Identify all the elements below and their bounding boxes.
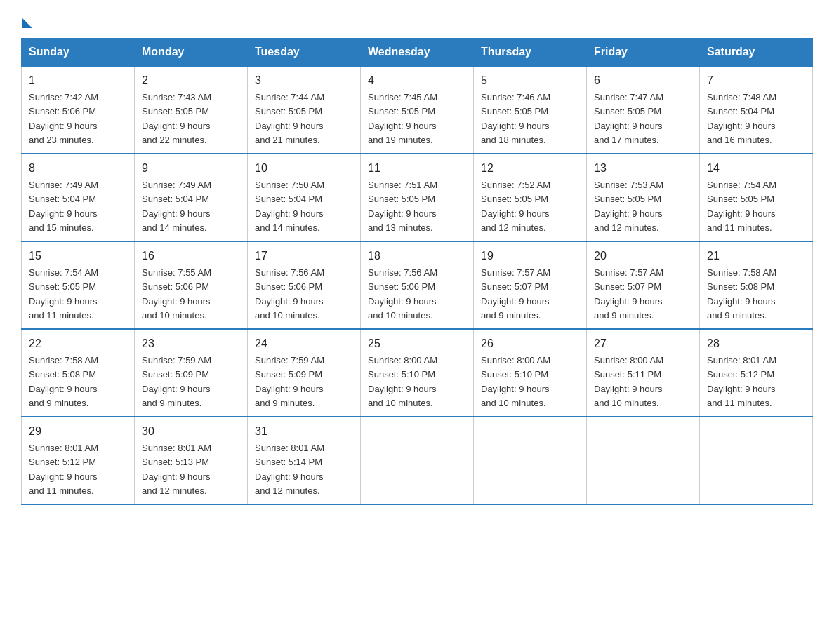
calendar-cell: [361, 417, 474, 504]
calendar-cell: 26Sunrise: 8:00 AMSunset: 5:10 PMDayligh…: [474, 329, 587, 417]
day-info: Sunrise: 7:42 AMSunset: 5:06 PMDaylight:…: [29, 92, 98, 145]
day-info: Sunrise: 7:47 AMSunset: 5:05 PMDaylight:…: [594, 92, 663, 145]
day-number: 30: [142, 423, 240, 440]
day-info: Sunrise: 7:43 AMSunset: 5:05 PMDaylight:…: [142, 92, 211, 145]
day-number: 26: [481, 335, 579, 352]
day-number: 15: [29, 248, 127, 264]
logo-arrow-icon: [22, 18, 32, 28]
calendar-cell: [700, 417, 813, 504]
calendar-cell: 20Sunrise: 7:57 AMSunset: 5:07 PMDayligh…: [587, 241, 700, 329]
day-number: 23: [142, 335, 240, 352]
day-number: 7: [707, 72, 805, 89]
day-info: Sunrise: 7:57 AMSunset: 5:07 PMDaylight:…: [481, 267, 550, 321]
header-cell-monday: Monday: [135, 39, 248, 67]
day-number: 31: [255, 423, 353, 440]
day-number: 27: [594, 335, 692, 352]
day-info: Sunrise: 7:59 AMSunset: 5:09 PMDaylight:…: [255, 355, 324, 408]
day-info: Sunrise: 7:44 AMSunset: 5:05 PMDaylight:…: [255, 92, 324, 145]
calendar-cell: 6Sunrise: 7:47 AMSunset: 5:05 PMDaylight…: [587, 66, 700, 154]
calendar-cell: 18Sunrise: 7:56 AMSunset: 5:06 PMDayligh…: [361, 241, 474, 329]
calendar-cell: 4Sunrise: 7:45 AMSunset: 5:05 PMDaylight…: [361, 66, 474, 154]
day-info: Sunrise: 7:55 AMSunset: 5:06 PMDaylight:…: [142, 267, 211, 321]
calendar-cell: 8Sunrise: 7:49 AMSunset: 5:04 PMDaylight…: [22, 154, 135, 241]
day-info: Sunrise: 7:51 AMSunset: 5:05 PMDaylight:…: [368, 180, 437, 233]
day-info: Sunrise: 7:58 AMSunset: 5:08 PMDaylight:…: [707, 267, 776, 321]
header-cell-wednesday: Wednesday: [361, 39, 474, 67]
day-info: Sunrise: 7:56 AMSunset: 5:06 PMDaylight:…: [368, 267, 437, 321]
calendar-cell: 17Sunrise: 7:56 AMSunset: 5:06 PMDayligh…: [248, 241, 361, 329]
day-number: 21: [707, 248, 805, 264]
calendar-cell: 5Sunrise: 7:46 AMSunset: 5:05 PMDaylight…: [474, 66, 587, 154]
calendar-cell: 22Sunrise: 7:58 AMSunset: 5:08 PMDayligh…: [22, 329, 135, 417]
calendar-table: SundayMondayTuesdayWednesdayThursdayFrid…: [21, 38, 813, 505]
calendar-cell: 11Sunrise: 7:51 AMSunset: 5:05 PMDayligh…: [361, 154, 474, 241]
calendar-cell: 14Sunrise: 7:54 AMSunset: 5:05 PMDayligh…: [700, 154, 813, 241]
day-info: Sunrise: 8:01 AMSunset: 5:12 PMDaylight:…: [707, 355, 776, 408]
day-number: 8: [29, 160, 127, 177]
day-info: Sunrise: 7:56 AMSunset: 5:06 PMDaylight:…: [255, 267, 324, 321]
day-number: 17: [255, 248, 353, 264]
day-info: Sunrise: 7:49 AMSunset: 5:04 PMDaylight:…: [142, 180, 211, 233]
day-number: 25: [368, 335, 466, 352]
header-cell-thursday: Thursday: [474, 39, 587, 67]
header-cell-sunday: Sunday: [22, 39, 135, 67]
day-info: Sunrise: 8:00 AMSunset: 5:11 PMDaylight:…: [594, 355, 663, 408]
calendar-cell: 9Sunrise: 7:49 AMSunset: 5:04 PMDaylight…: [135, 154, 248, 241]
calendar-cell: 19Sunrise: 7:57 AMSunset: 5:07 PMDayligh…: [474, 241, 587, 329]
day-number: 4: [368, 72, 466, 89]
header-cell-friday: Friday: [587, 39, 700, 67]
calendar-cell: 7Sunrise: 7:48 AMSunset: 5:04 PMDaylight…: [700, 66, 813, 154]
day-number: 19: [481, 248, 579, 264]
day-number: 10: [255, 160, 353, 177]
day-info: Sunrise: 8:01 AMSunset: 5:14 PMDaylight:…: [255, 443, 324, 496]
calendar-cell: 28Sunrise: 8:01 AMSunset: 5:12 PMDayligh…: [700, 329, 813, 417]
day-number: 24: [255, 335, 353, 352]
day-number: 13: [594, 160, 692, 177]
day-info: Sunrise: 7:50 AMSunset: 5:04 PMDaylight:…: [255, 180, 324, 233]
day-number: 11: [368, 160, 466, 177]
calendar-cell: 31Sunrise: 8:01 AMSunset: 5:14 PMDayligh…: [248, 417, 361, 504]
day-number: 12: [481, 160, 579, 177]
day-info: Sunrise: 7:52 AMSunset: 5:05 PMDaylight:…: [481, 180, 550, 233]
day-info: Sunrise: 7:53 AMSunset: 5:05 PMDaylight:…: [594, 180, 663, 233]
calendar-cell: 13Sunrise: 7:53 AMSunset: 5:05 PMDayligh…: [587, 154, 700, 241]
calendar-header: SundayMondayTuesdayWednesdayThursdayFrid…: [22, 39, 813, 67]
day-info: Sunrise: 8:01 AMSunset: 5:12 PMDaylight:…: [29, 443, 98, 496]
logo-block: [21, 14, 32, 25]
day-info: Sunrise: 7:54 AMSunset: 5:05 PMDaylight:…: [707, 180, 776, 233]
logo-row1: [21, 14, 32, 28]
day-number: 16: [142, 248, 240, 264]
day-info: Sunrise: 7:58 AMSunset: 5:08 PMDaylight:…: [29, 355, 98, 408]
header-row: SundayMondayTuesdayWednesdayThursdayFrid…: [22, 39, 813, 67]
calendar-cell: 24Sunrise: 7:59 AMSunset: 5:09 PMDayligh…: [248, 329, 361, 417]
calendar-week-row: 15Sunrise: 7:54 AMSunset: 5:05 PMDayligh…: [22, 241, 813, 329]
day-info: Sunrise: 8:01 AMSunset: 5:13 PMDaylight:…: [142, 443, 211, 496]
day-info: Sunrise: 7:48 AMSunset: 5:04 PMDaylight:…: [707, 92, 776, 145]
day-number: 2: [142, 72, 240, 89]
calendar-cell: 1Sunrise: 7:42 AMSunset: 5:06 PMDaylight…: [22, 66, 135, 154]
calendar-cell: 23Sunrise: 7:59 AMSunset: 5:09 PMDayligh…: [135, 329, 248, 417]
day-info: Sunrise: 7:57 AMSunset: 5:07 PMDaylight:…: [594, 267, 663, 321]
day-info: Sunrise: 7:59 AMSunset: 5:09 PMDaylight:…: [142, 355, 211, 408]
calendar-cell: 16Sunrise: 7:55 AMSunset: 5:06 PMDayligh…: [135, 241, 248, 329]
calendar-body: 1Sunrise: 7:42 AMSunset: 5:06 PMDaylight…: [22, 66, 813, 504]
day-info: Sunrise: 7:45 AMSunset: 5:05 PMDaylight:…: [368, 92, 437, 145]
day-number: 3: [255, 72, 353, 89]
logo: [21, 14, 32, 25]
calendar-week-row: 22Sunrise: 7:58 AMSunset: 5:08 PMDayligh…: [22, 329, 813, 417]
day-number: 28: [707, 335, 805, 352]
calendar-week-row: 8Sunrise: 7:49 AMSunset: 5:04 PMDaylight…: [22, 154, 813, 241]
day-number: 9: [142, 160, 240, 177]
calendar-cell: 2Sunrise: 7:43 AMSunset: 5:05 PMDaylight…: [135, 66, 248, 154]
calendar-cell: 3Sunrise: 7:44 AMSunset: 5:05 PMDaylight…: [248, 66, 361, 154]
day-number: 5: [481, 72, 579, 89]
page-header: [21, 14, 813, 25]
header-cell-tuesday: Tuesday: [248, 39, 361, 67]
calendar-cell: 29Sunrise: 8:01 AMSunset: 5:12 PMDayligh…: [22, 417, 135, 504]
day-number: 22: [29, 335, 127, 352]
day-number: 6: [594, 72, 692, 89]
calendar-cell: 21Sunrise: 7:58 AMSunset: 5:08 PMDayligh…: [700, 241, 813, 329]
day-info: Sunrise: 7:54 AMSunset: 5:05 PMDaylight:…: [29, 267, 98, 321]
calendar-cell: [587, 417, 700, 504]
calendar-cell: 25Sunrise: 8:00 AMSunset: 5:10 PMDayligh…: [361, 329, 474, 417]
